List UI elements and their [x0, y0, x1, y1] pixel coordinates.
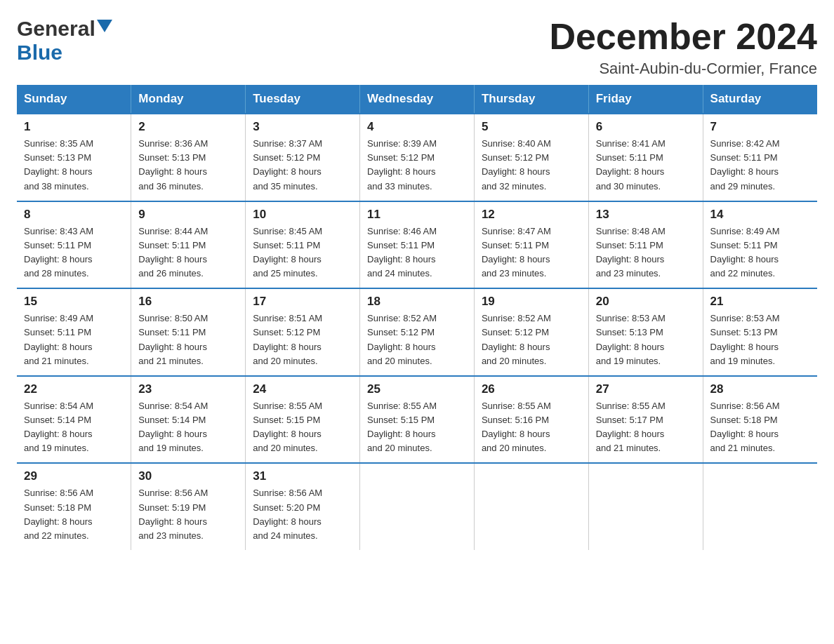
sunset-text: Sunset: 5:13 PM [710, 327, 778, 337]
day-info: Sunrise: 8:54 AMSunset: 5:14 PMDaylight:… [24, 399, 124, 456]
day-info: Sunrise: 8:52 AMSunset: 5:12 PMDaylight:… [367, 311, 467, 368]
day-info: Sunrise: 8:51 AMSunset: 5:12 PMDaylight:… [253, 311, 352, 368]
logo-general: General [17, 17, 95, 41]
calendar-cell: 19Sunrise: 8:52 AMSunset: 5:12 PMDayligh… [474, 288, 588, 376]
sunset-text: Sunset: 5:20 PM [253, 502, 320, 513]
calendar-cell: 8Sunrise: 8:43 AMSunset: 5:11 PMDaylight… [17, 201, 131, 289]
calendar-title: December 2024 [549, 17, 817, 57]
daylight-text: Daylight: 8 hours [253, 516, 322, 527]
day-number: 8 [24, 208, 124, 222]
day-info: Sunrise: 8:56 AMSunset: 5:19 PMDaylight:… [138, 486, 238, 543]
sunset-text: Sunset: 5:12 PM [253, 327, 320, 337]
calendar-cell: 3Sunrise: 8:37 AMSunset: 5:12 PMDaylight… [246, 114, 360, 201]
logo-blue: Blue [17, 41, 62, 64]
sunset-text: Sunset: 5:14 PM [24, 415, 91, 425]
day-number: 29 [24, 469, 124, 483]
calendar-cell: 28Sunrise: 8:56 AMSunset: 5:18 PMDayligh… [703, 376, 817, 464]
daylight-text: Daylight: 8 hours [138, 166, 207, 177]
daylight-minutes: and 29 minutes. [710, 181, 776, 192]
daylight-minutes: and 23 minutes. [138, 530, 204, 541]
calendar-cell: 14Sunrise: 8:49 AMSunset: 5:11 PMDayligh… [703, 201, 817, 289]
daylight-minutes: and 23 minutes. [482, 268, 547, 279]
day-number: 28 [710, 382, 810, 396]
daylight-minutes: and 32 minutes. [482, 181, 547, 192]
daylight-text: Daylight: 8 hours [138, 254, 207, 264]
sunrise-text: Sunrise: 8:48 AM [596, 226, 666, 236]
sunset-text: Sunset: 5:11 PM [253, 240, 320, 250]
header-friday: Friday [588, 85, 703, 114]
day-number: 16 [138, 295, 238, 309]
calendar-cell: 4Sunrise: 8:39 AMSunset: 5:12 PMDaylight… [360, 114, 475, 201]
daylight-text: Daylight: 8 hours [138, 516, 207, 527]
daylight-text: Daylight: 8 hours [24, 342, 93, 352]
daylight-minutes: and 35 minutes. [253, 181, 318, 192]
sunrise-text: Sunrise: 8:53 AM [710, 313, 780, 323]
logo: General Blue [17, 17, 112, 65]
daylight-text: Daylight: 8 hours [482, 342, 550, 352]
calendar-cell: 26Sunrise: 8:55 AMSunset: 5:16 PMDayligh… [474, 376, 588, 464]
day-info: Sunrise: 8:52 AMSunset: 5:12 PMDaylight:… [482, 311, 581, 368]
day-info: Sunrise: 8:55 AMSunset: 5:15 PMDaylight:… [367, 399, 467, 456]
day-info: Sunrise: 8:53 AMSunset: 5:13 PMDaylight:… [596, 311, 696, 368]
svg-marker-0 [97, 20, 112, 32]
sunset-text: Sunset: 5:16 PM [482, 415, 549, 425]
sunrise-text: Sunrise: 8:35 AM [24, 138, 93, 149]
daylight-text: Daylight: 8 hours [482, 166, 550, 177]
header-saturday: Saturday [703, 85, 817, 114]
daylight-minutes: and 21 minutes. [596, 443, 661, 453]
title-block: December 2024 Saint-Aubin-du-Cormier, Fr… [549, 17, 817, 78]
day-info: Sunrise: 8:56 AMSunset: 5:18 PMDaylight:… [24, 486, 124, 543]
header-wednesday: Wednesday [360, 85, 475, 114]
day-info: Sunrise: 8:39 AMSunset: 5:12 PMDaylight:… [367, 137, 467, 194]
calendar-cell: 24Sunrise: 8:55 AMSunset: 5:15 PMDayligh… [246, 376, 360, 464]
daylight-minutes: and 36 minutes. [138, 181, 204, 192]
daylight-minutes: and 30 minutes. [596, 181, 661, 192]
sunrise-text: Sunrise: 8:55 AM [596, 401, 666, 411]
sunrise-text: Sunrise: 8:46 AM [367, 226, 437, 236]
sunset-text: Sunset: 5:13 PM [596, 327, 663, 337]
day-info: Sunrise: 8:49 AMSunset: 5:11 PMDaylight:… [710, 224, 810, 281]
calendar-week-3: 15Sunrise: 8:49 AMSunset: 5:11 PMDayligh… [17, 288, 817, 376]
day-info: Sunrise: 8:49 AMSunset: 5:11 PMDaylight:… [24, 311, 124, 368]
sunset-text: Sunset: 5:13 PM [24, 152, 91, 163]
daylight-minutes: and 24 minutes. [367, 268, 432, 279]
sunset-text: Sunset: 5:11 PM [138, 240, 206, 250]
sunset-text: Sunset: 5:11 PM [482, 240, 549, 250]
daylight-text: Daylight: 8 hours [367, 254, 436, 264]
daylight-text: Daylight: 8 hours [367, 342, 436, 352]
calendar-cell: 15Sunrise: 8:49 AMSunset: 5:11 PMDayligh… [17, 288, 131, 376]
calendar-cell: 17Sunrise: 8:51 AMSunset: 5:12 PMDayligh… [246, 288, 360, 376]
calendar-week-1: 1Sunrise: 8:35 AMSunset: 5:13 PMDaylight… [17, 114, 817, 201]
header-thursday: Thursday [474, 85, 588, 114]
daylight-minutes: and 28 minutes. [24, 268, 89, 279]
day-info: Sunrise: 8:56 AMSunset: 5:18 PMDaylight:… [710, 399, 810, 456]
calendar-cell: 30Sunrise: 8:56 AMSunset: 5:19 PMDayligh… [131, 463, 246, 550]
sunrise-text: Sunrise: 8:54 AM [24, 401, 93, 411]
sunrise-text: Sunrise: 8:42 AM [710, 138, 780, 149]
sunset-text: Sunset: 5:11 PM [138, 327, 206, 337]
sunset-text: Sunset: 5:12 PM [253, 152, 320, 163]
day-number: 15 [24, 295, 124, 309]
day-info: Sunrise: 8:48 AMSunset: 5:11 PMDaylight:… [596, 224, 696, 281]
daylight-text: Daylight: 8 hours [596, 166, 665, 177]
day-info: Sunrise: 8:35 AMSunset: 5:13 PMDaylight:… [24, 137, 124, 194]
day-info: Sunrise: 8:41 AMSunset: 5:11 PMDaylight:… [596, 137, 696, 194]
daylight-text: Daylight: 8 hours [710, 342, 779, 352]
day-number: 6 [596, 120, 696, 134]
day-number: 19 [482, 295, 581, 309]
daylight-minutes: and 21 minutes. [710, 443, 776, 453]
sunset-text: Sunset: 5:12 PM [367, 152, 435, 163]
day-info: Sunrise: 8:50 AMSunset: 5:11 PMDaylight:… [138, 311, 238, 368]
sunrise-text: Sunrise: 8:39 AM [367, 138, 437, 149]
logo-arrow-icon [97, 20, 112, 35]
sunset-text: Sunset: 5:11 PM [24, 240, 91, 250]
sunrise-text: Sunrise: 8:56 AM [253, 488, 322, 498]
day-info: Sunrise: 8:37 AMSunset: 5:12 PMDaylight:… [253, 137, 352, 194]
daylight-text: Daylight: 8 hours [253, 429, 322, 439]
calendar-week-4: 22Sunrise: 8:54 AMSunset: 5:14 PMDayligh… [17, 376, 817, 464]
day-info: Sunrise: 8:46 AMSunset: 5:11 PMDaylight:… [367, 224, 467, 281]
day-number: 20 [596, 295, 696, 309]
calendar-cell: 20Sunrise: 8:53 AMSunset: 5:13 PMDayligh… [588, 288, 703, 376]
day-number: 10 [253, 208, 352, 222]
sunrise-text: Sunrise: 8:56 AM [710, 401, 780, 411]
